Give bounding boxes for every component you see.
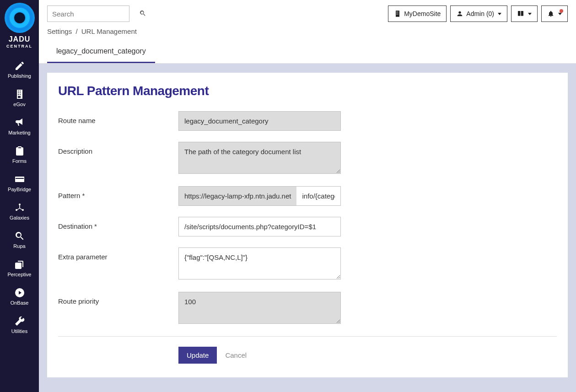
route-priority-label: Route priority — [58, 292, 178, 325]
sidebar: JADU CENTRAL Publishing eGov Marketing — [0, 0, 39, 392]
sidebar-item-galaxies[interactable]: Galaxies — [0, 197, 39, 225]
bell-icon — [547, 10, 554, 17]
building-icon — [394, 10, 401, 17]
brand-sub: CENTRAL — [6, 44, 32, 48]
caret-down-icon — [498, 13, 501, 15]
clipboard-icon — [14, 145, 25, 156]
topbar: MyDemoSite Admin (0) — [39, 0, 576, 26]
breadcrumb-item[interactable]: URL Management — [81, 27, 137, 35]
pattern-input[interactable] — [296, 186, 341, 206]
site-button[interactable]: MyDemoSite — [388, 5, 447, 22]
search-icon[interactable] — [139, 10, 146, 18]
cancel-button[interactable]: Cancel — [225, 351, 247, 359]
sidebar-item-utilities[interactable]: Utilities — [0, 310, 39, 338]
tab-legacy-document-category[interactable]: legacy_document_category — [47, 41, 155, 63]
description-label: Description — [58, 142, 178, 175]
building-icon — [14, 89, 25, 100]
tabs: legacy_document_category — [39, 41, 576, 64]
destination-input[interactable] — [178, 217, 341, 236]
panel: URL Pattern Management Route name Descri… — [47, 73, 568, 377]
admin-button[interactable]: Admin (0) — [450, 5, 507, 22]
bullhorn-icon — [14, 117, 25, 128]
sidebar-item-egov[interactable]: eGov — [0, 83, 39, 112]
network-icon — [14, 202, 25, 213]
book-button[interactable] — [511, 5, 538, 22]
extra-parameter-label: Extra parameter — [58, 247, 178, 281]
search-icon — [14, 231, 25, 242]
brand-logo[interactable]: JADU CENTRAL — [5, 3, 35, 48]
destination-label: Destination* — [58, 217, 178, 236]
sidebar-item-marketing[interactable]: Marketing — [0, 112, 39, 140]
update-button[interactable]: Update — [178, 347, 217, 364]
route-name-input — [178, 111, 341, 131]
wrench-icon — [14, 316, 25, 327]
divider — [58, 336, 557, 337]
sidebar-item-onbase[interactable]: OnBase — [0, 282, 39, 310]
search-box[interactable] — [47, 5, 129, 22]
sidebar-item-rupa[interactable]: Rupa — [0, 225, 39, 253]
breadcrumb: Settings / URL Management — [39, 26, 576, 41]
caret-down-icon — [558, 13, 562, 15]
notifications-button[interactable] — [541, 5, 568, 22]
sidebar-item-perceptive[interactable]: Perceptive — [0, 253, 39, 282]
user-icon — [456, 10, 463, 17]
logo-icon — [5, 3, 35, 33]
play-circle-icon — [14, 287, 25, 298]
svg-point-0 — [19, 204, 21, 205]
caret-down-icon — [528, 13, 532, 15]
card-icon — [14, 174, 25, 185]
pattern-prefix: https://legacy-lamp-xfp.ntn.jadu.net — [178, 186, 296, 206]
breadcrumb-item[interactable]: Settings — [47, 27, 72, 35]
sidebar-item-publishing[interactable]: Publishing — [0, 55, 39, 83]
notification-dot — [560, 9, 563, 13]
route-priority-textarea — [178, 292, 341, 324]
sidebar-item-forms[interactable]: Forms — [0, 140, 39, 168]
extra-parameter-textarea[interactable] — [178, 247, 341, 279]
brand-name: JADU — [9, 36, 31, 43]
pattern-label: Pattern* — [58, 186, 178, 206]
route-name-label: Route name — [58, 111, 178, 131]
description-textarea — [178, 142, 341, 174]
page-title: URL Pattern Management — [58, 84, 557, 98]
pencil-icon — [14, 60, 25, 71]
main: MyDemoSite Admin (0) Setti — [39, 0, 576, 392]
book-icon — [517, 10, 524, 17]
search-input[interactable] — [52, 10, 139, 18]
copy-icon — [14, 259, 25, 270]
sidebar-item-paybridge[interactable]: PayBridge — [0, 168, 39, 197]
